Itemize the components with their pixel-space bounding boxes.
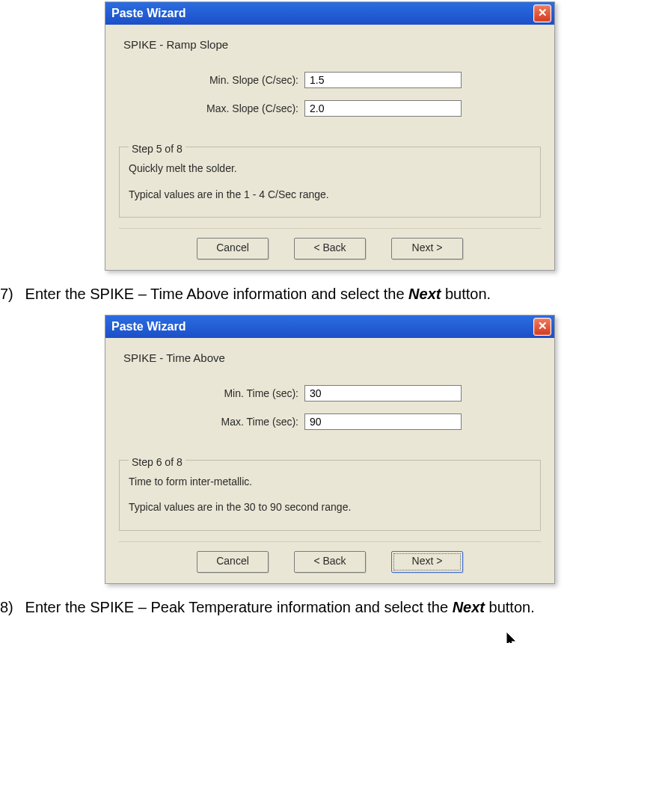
min-slope-input[interactable]	[304, 72, 462, 88]
step-indicator: Step 6 of 8	[129, 455, 186, 470]
min-slope-label: Min. Slope (C/sec):	[119, 74, 304, 86]
section-header: SPIKE - Ramp Slope	[123, 38, 541, 51]
max-time-label: Max. Time (sec):	[119, 416, 304, 428]
max-slope-input[interactable]	[304, 100, 462, 117]
min-time-input[interactable]	[304, 385, 462, 402]
svg-marker-1	[506, 632, 516, 643]
titlebar: Paste Wizard ✕	[105, 2, 554, 25]
titlebar: Paste Wizard ✕	[105, 316, 554, 338]
step-description-1: Quickly melt the solder.	[129, 161, 531, 176]
max-time-input[interactable]	[304, 413, 462, 430]
step-description-2: Typical values are in the 1 - 4 C/Sec ra…	[129, 187, 531, 202]
cancel-button[interactable]: Cancel	[197, 238, 269, 259]
next-button[interactable]: Next >	[391, 551, 463, 573]
window-title: Paste Wizard	[111, 7, 186, 20]
instruction-8: 8) Enter the SPIKE – Peak Temperature in…	[0, 599, 665, 616]
step-indicator: Step 5 of 8	[129, 141, 186, 156]
cancel-button[interactable]: Cancel	[197, 551, 269, 573]
dialog-step5: Paste Wizard ✕ SPIKE - Ramp Slope Min. S…	[105, 1, 665, 271]
back-button[interactable]: < Back	[294, 551, 366, 573]
step-info-box: Step 5 of 8 Quickly melt the solder. Typ…	[119, 147, 541, 218]
window-title: Paste Wizard	[111, 320, 186, 333]
step-description-2: Typical values are in the 30 to 90 secon…	[129, 499, 531, 514]
instruction-7: 7) Enter the SPIKE – Time Above informat…	[0, 286, 665, 303]
max-slope-label: Max. Slope (C/sec):	[119, 102, 304, 114]
step-description-1: Time to form inter-metallic.	[129, 474, 531, 489]
dialog-step6: Paste Wizard ✕ SPIKE - Time Above Min. T…	[105, 315, 665, 584]
close-icon[interactable]: ✕	[533, 318, 551, 336]
close-icon[interactable]: ✕	[533, 4, 551, 22]
min-time-label: Min. Time (sec):	[119, 387, 304, 399]
cursor-icon	[506, 632, 523, 643]
next-button[interactable]: Next >	[391, 238, 463, 259]
back-button[interactable]: < Back	[294, 238, 366, 259]
section-header: SPIKE - Time Above	[123, 351, 541, 364]
step-info-box: Step 6 of 8 Time to form inter-metallic.…	[119, 460, 541, 531]
